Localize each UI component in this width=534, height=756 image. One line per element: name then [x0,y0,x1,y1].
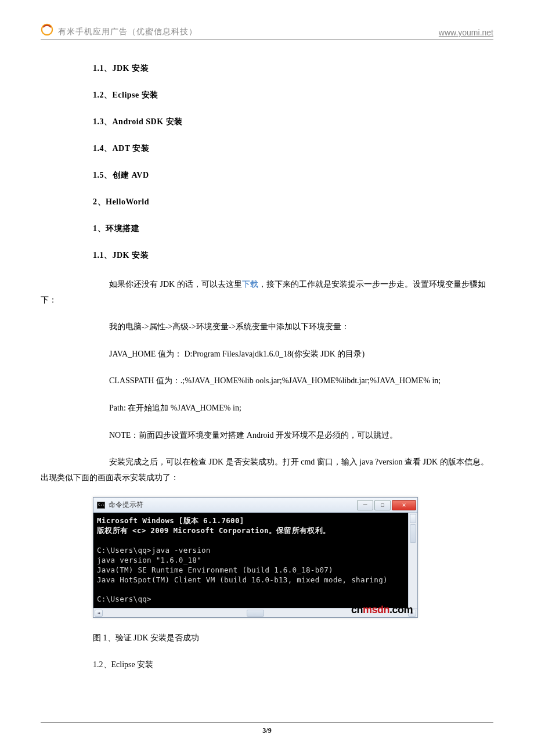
cmd-title: 命令提示符 [109,500,143,510]
paragraph-verify: 安装完成之后，可以在检查 JDK 是否安装成功。打开 cmd 窗口，输入 jav… [41,455,493,485]
scroll-left-icon[interactable]: ◄ [95,610,103,617]
cmd-line-7: C:\Users\qq> [97,595,151,603]
scroll-thumb[interactable] [247,610,264,617]
cmd-line-2: 版权所有 <c> 2009 Microsoft Corporation。保留所有… [97,526,330,535]
page-number: 3/9 [262,726,271,735]
header-title: 有米手机应用广告（优蜜信息科技） [58,27,197,37]
toc-item-hello: 2、HelloWorld [93,197,493,207]
download-link[interactable]: 下载 [242,280,258,289]
cmd-titlebar: 命令提示符 ─ ☐ ✕ [93,498,417,513]
cmd-titlebar-left: 命令提示符 [97,500,143,510]
cmd-body-wrap: Microsoft Windows [版本 6.1.7600] 版权所有 <c>… [93,513,417,608]
paragraph-envvar: 我的电脑->属性->高级->环境变量->系统变量中添加以下环境变量： [93,319,493,335]
toc-item-jdk: 1.1、JDK 安装 [93,63,493,74]
cmd-line-5: Java(TM) SE Runtime Environment (build 1… [97,566,333,574]
youmi-logo-icon [41,23,53,36]
cmd-line-1: Microsoft Windows [版本 6.1.7600] [97,516,244,525]
page-footer: 3/9 [41,722,493,735]
minimize-button[interactable]: ─ [357,500,373,510]
toc-item-avd: 1.5、创建 AVD [93,170,493,181]
paragraph-note: NOTE：前面四步设置环境变量对搭建 Android 开发环境不是必须的，可以跳… [93,428,493,444]
paragraph-classpath: CLASSPATH 值为：.;%JAVA_HOME%lib ools.jar;%… [93,373,493,389]
paragraph-intro-a: 如果你还没有 JDK 的话，可以去这里 [41,280,242,289]
cmd-window: 命令提示符 ─ ☐ ✕ Microsoft Windows [版本 6.1.76… [93,497,418,618]
cmd-output: Microsoft Windows [版本 6.1.7600] 版权所有 <c>… [93,513,417,608]
toc-item-eclipse: 1.2、Eclipse 安装 [93,90,493,100]
watermark-c: .com [389,604,413,615]
header-left: 有米手机应用广告（优蜜信息科技） [41,23,197,37]
cmd-scrollbar-horizontal[interactable]: ◄ ► cnmsdn.com [93,608,417,617]
paragraph-intro: 如果你还没有 JDK 的话，可以去这里下载，接下来的工作就是安装提示一步一步走。… [41,277,493,308]
paragraph-verify-text: 安装完成之后，可以在检查 JDK 是否安装成功。打开 cmd 窗口，输入 jav… [41,458,489,482]
window-buttons: ─ ☐ ✕ [357,500,416,510]
cmd-line-4: java version "1.6.0_18" [97,556,201,564]
heading-env: 1、环境搭建 [93,224,493,234]
watermark-b: msdn [363,604,389,615]
header-url-link[interactable]: www.youmi.net [439,28,493,37]
maximize-button[interactable]: ☐ [374,500,391,510]
cmd-line-3: C:\Users\qq>java -version [97,546,211,555]
toc-item-sdk: 1.3、Android SDK 安装 [93,117,493,127]
heading-eclipse: 1.2、Eclipse 安装 [93,657,493,673]
paragraph-javahome: JAVA_HOME 值为： D:Program FilesJavajdk1.6.… [93,347,493,362]
cmd-icon [97,502,105,509]
page: 有米手机应用广告（优蜜信息科技） www.youmi.net 1.1、JDK 安… [0,0,534,708]
watermark-a: cn [351,604,363,615]
heading-jdk: 1.1、JDK 安装 [93,250,493,261]
watermark: cnmsdn.com [351,604,413,616]
cmd-line-6: Java HotSpot(TM) Client VM (build 16.0-b… [97,575,388,584]
figure-caption: 图 1、验证 JDK 安装是否成功 [93,633,493,643]
cmd-scrollbar-vertical[interactable] [408,513,417,608]
content: 1.1、JDK 安装 1.2、Eclipse 安装 1.3、Android SD… [41,63,493,673]
toc-item-adt: 1.4、ADT 安装 [93,143,493,154]
page-header: 有米手机应用广告（优蜜信息科技） www.youmi.net [41,23,493,40]
paragraph-path: Path: 在开始追加 %JAVA_HOME% in; [93,401,493,416]
close-button[interactable]: ✕ [392,500,416,510]
